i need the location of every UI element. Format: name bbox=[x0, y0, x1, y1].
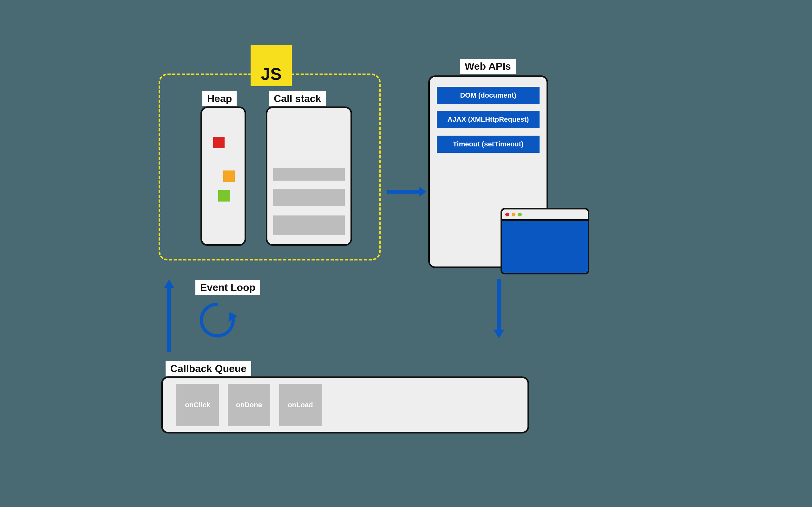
callback-item-label: onClick bbox=[185, 401, 210, 409]
webapi-item-ajax: AJAX (XMLHttpRequest) bbox=[437, 111, 540, 128]
callback-item-label: onLoad bbox=[288, 401, 313, 409]
window-dot-green-icon bbox=[518, 213, 522, 216]
event-loop-label: Event Loop bbox=[195, 280, 260, 295]
callback-queue-label: Callback Queue bbox=[165, 361, 251, 376]
heap-object-green bbox=[218, 190, 230, 202]
callback-item: onDone bbox=[228, 384, 270, 426]
heap-object-red bbox=[213, 137, 224, 148]
callstack-frame bbox=[273, 168, 345, 181]
browser-viewport bbox=[502, 221, 588, 273]
callstack-label: Call stack bbox=[269, 91, 326, 106]
svg-marker-3 bbox=[494, 330, 504, 338]
heap-object-orange bbox=[223, 170, 235, 182]
callstack-frame bbox=[273, 216, 345, 235]
callstack-frame bbox=[273, 189, 345, 206]
js-badge: JS bbox=[251, 45, 292, 86]
arrow-right-icon bbox=[387, 184, 425, 201]
webapi-item-timeout: Timeout (setTimeout) bbox=[437, 135, 540, 153]
browser-titlebar bbox=[502, 210, 588, 221]
callback-item: onLoad bbox=[279, 384, 322, 426]
arrow-down-icon bbox=[491, 279, 507, 340]
js-badge-text: JS bbox=[261, 64, 282, 83]
svg-marker-6 bbox=[164, 279, 174, 288]
window-dot-yellow-icon bbox=[512, 213, 515, 216]
callback-item-label: onDone bbox=[236, 401, 262, 409]
heap-label: Heap bbox=[202, 91, 237, 106]
window-dot-red-icon bbox=[505, 213, 509, 216]
event-loop-spinner-icon bbox=[195, 298, 240, 343]
svg-marker-1 bbox=[419, 186, 426, 197]
browser-mini-window bbox=[501, 208, 589, 274]
webapi-item-dom: DOM (document) bbox=[437, 87, 540, 104]
callback-item: onClick bbox=[176, 384, 219, 426]
arrow-up-icon bbox=[161, 279, 177, 353]
webapis-label: Web APIs bbox=[460, 59, 516, 74]
